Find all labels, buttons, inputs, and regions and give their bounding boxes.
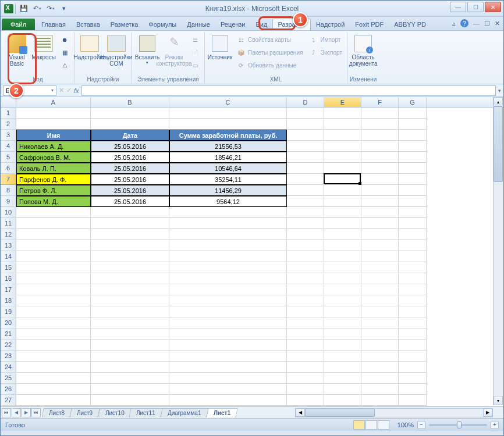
cell-A12[interactable] xyxy=(16,229,91,240)
cell-G12[interactable] xyxy=(399,229,427,240)
row-header-18[interactable]: 18 xyxy=(1,295,16,306)
cell-D7[interactable] xyxy=(287,174,324,185)
cell-D15[interactable] xyxy=(287,262,324,273)
col-header-E[interactable]: E xyxy=(324,97,361,107)
col-header-C[interactable]: C xyxy=(169,97,287,107)
cell-B18[interactable] xyxy=(91,295,169,306)
cell-C19[interactable] xyxy=(169,306,287,317)
cell-F22[interactable] xyxy=(361,339,399,351)
cell-B22[interactable] xyxy=(91,339,169,351)
cell-G20[interactable] xyxy=(399,317,427,328)
help-icon[interactable]: ? xyxy=(460,19,468,27)
cell-E6[interactable] xyxy=(324,163,361,174)
cell-F12[interactable] xyxy=(361,229,399,240)
cell-B6[interactable]: 25.05.2016 xyxy=(91,163,169,174)
row-header-24[interactable]: 24 xyxy=(1,362,16,373)
cell-E8[interactable] xyxy=(324,185,361,196)
cell-F21[interactable] xyxy=(361,328,399,339)
cell-G23[interactable] xyxy=(399,351,427,362)
window-close[interactable]: ✕ xyxy=(485,2,501,12)
cell-A21[interactable] xyxy=(16,328,91,339)
cell-F5[interactable] xyxy=(361,152,399,163)
cell-E17[interactable] xyxy=(324,284,361,295)
cell-G17[interactable] xyxy=(399,284,427,295)
cell-C22[interactable] xyxy=(169,339,287,351)
cell-F13[interactable] xyxy=(361,240,399,251)
cell-G15[interactable] xyxy=(399,262,427,273)
cell-B14[interactable] xyxy=(91,251,169,262)
worksheet-grid[interactable]: ABCDEFG 123ИмяДатаСумма заработной платы… xyxy=(1,97,503,406)
cell-F17[interactable] xyxy=(361,284,399,295)
row-header-11[interactable]: 11 xyxy=(1,218,16,229)
cell-D3[interactable] xyxy=(287,130,324,141)
cell-C1[interactable] xyxy=(169,108,287,119)
cell-F11[interactable] xyxy=(361,218,399,229)
workbook-minimize[interactable]: — xyxy=(473,20,480,27)
cell-F8[interactable] xyxy=(361,185,399,196)
cell-A3[interactable]: Имя xyxy=(16,130,91,141)
cell-F27[interactable] xyxy=(361,395,399,406)
cell-F26[interactable] xyxy=(361,384,399,395)
cell-E11[interactable] xyxy=(324,218,361,229)
cell-E14[interactable] xyxy=(324,251,361,262)
cell-C12[interactable] xyxy=(169,229,287,240)
cell-A15[interactable] xyxy=(16,262,91,273)
cell-C4[interactable]: 21556,53 xyxy=(169,141,287,152)
cell-F20[interactable] xyxy=(361,317,399,328)
cell-D10[interactable] xyxy=(287,207,324,218)
cell-A24[interactable] xyxy=(16,362,91,373)
cell-E16[interactable] xyxy=(324,273,361,284)
sheet-nav-last[interactable]: ⏭ xyxy=(31,408,41,417)
cell-D14[interactable] xyxy=(287,251,324,262)
cell-F25[interactable] xyxy=(361,373,399,384)
tab-foxit pdf[interactable]: Foxit PDF xyxy=(350,19,389,30)
cell-C20[interactable] xyxy=(169,317,287,328)
horizontal-scrollbar[interactable]: ◀▶ xyxy=(295,408,493,417)
cell-F4[interactable] xyxy=(361,141,399,152)
cell-C9[interactable]: 9564,12 xyxy=(169,196,287,207)
cell-G27[interactable] xyxy=(399,395,427,406)
cell-E21[interactable] xyxy=(324,328,361,339)
cell-B19[interactable] xyxy=(91,306,169,317)
cell-E2[interactable] xyxy=(324,119,361,130)
cell-G25[interactable] xyxy=(399,373,427,384)
cell-G1[interactable] xyxy=(399,108,427,119)
fx-icon[interactable]: fx xyxy=(74,87,79,94)
row-header-3[interactable]: 3 xyxy=(1,130,16,141)
row-header-1[interactable]: 1 xyxy=(1,108,16,119)
sheet-nav-next[interactable]: ▶ xyxy=(22,408,31,417)
row-header-13[interactable]: 13 xyxy=(1,240,16,251)
cell-E23[interactable] xyxy=(324,351,361,362)
cell-C18[interactable] xyxy=(169,295,287,306)
view-page-layout[interactable] xyxy=(365,420,377,430)
xml-export[interactable]: ⤴Экспорт xyxy=(306,46,345,59)
cell-A4[interactable]: Николаев А. Д. xyxy=(16,141,91,152)
sheet-nav-prev[interactable]: ◀ xyxy=(12,408,21,417)
workbook-close[interactable]: ✕ xyxy=(495,20,500,27)
cell-E19[interactable] xyxy=(324,306,361,317)
tab-рецензи[interactable]: Рецензи xyxy=(215,19,251,30)
cell-A27[interactable] xyxy=(16,395,91,406)
sheet-tab-Диаграмма1[interactable]: Диаграмма1 xyxy=(161,408,209,417)
cell-E1[interactable] xyxy=(324,108,361,119)
cell-G16[interactable] xyxy=(399,273,427,284)
cell-A25[interactable] xyxy=(16,373,91,384)
cell-A14[interactable] xyxy=(16,251,91,262)
cell-B8[interactable]: 25.05.2016 xyxy=(91,185,169,196)
cell-A7[interactable]: Парфенов Д. Ф. xyxy=(16,174,91,185)
view-normal[interactable] xyxy=(353,420,365,430)
row-header-26[interactable]: 26 xyxy=(1,384,16,395)
cell-B17[interactable] xyxy=(91,284,169,295)
qat-redo[interactable]: ↷ xyxy=(44,2,57,15)
sheet-tab-Лист8[interactable]: Лист8 xyxy=(41,408,72,417)
cell-D5[interactable] xyxy=(287,152,324,163)
cell-G9[interactable] xyxy=(399,196,427,207)
cell-A13[interactable] xyxy=(16,240,91,251)
expansion-packs[interactable]: 📦Пакеты расширения xyxy=(234,46,305,59)
tab-данные[interactable]: Данные xyxy=(182,19,215,30)
cell-G24[interactable] xyxy=(399,362,427,373)
cell-E12[interactable] xyxy=(324,229,361,240)
row-header-8[interactable]: 8 xyxy=(1,185,16,196)
cell-D21[interactable] xyxy=(287,328,324,339)
row-header-17[interactable]: 17 xyxy=(1,284,16,295)
